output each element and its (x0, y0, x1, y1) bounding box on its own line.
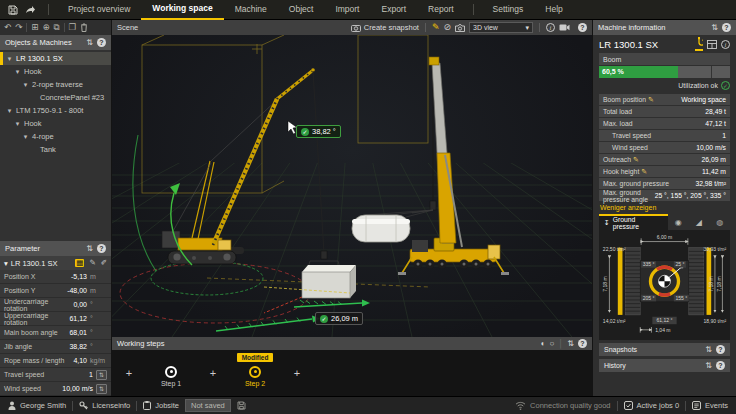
collapse-all-icon[interactable]: ⇅ (705, 346, 712, 354)
attach-icon[interactable]: ⧉ (54, 23, 60, 32)
expander-icon[interactable]: ▾ (6, 55, 13, 63)
measure-icon[interactable]: ✎ (432, 23, 440, 32)
help-icon[interactable]: ? (578, 339, 587, 348)
svg-text:7,18 m: 7,18 m (708, 276, 714, 291)
step-2[interactable]: Modified Step 2 (220, 366, 290, 387)
stepper-icon[interactable]: ⇅ (96, 384, 107, 394)
stepper-icon[interactable]: ⇅ (96, 370, 107, 380)
ballast-tab-icon[interactable] (707, 40, 717, 49)
scene-viewport[interactable]: 38,82 ° 26,09 m (112, 35, 592, 337)
load-chart-icon[interactable]: ▦ (75, 259, 84, 267)
tab-support-force-icon[interactable]: ◉ (668, 214, 689, 230)
step-1[interactable]: Step 1 (136, 366, 206, 387)
tree-item-traverse[interactable]: ▾ 2-rope traverse (0, 78, 111, 91)
tab-ground-pressure[interactable]: ↧ Ground pressure (599, 214, 668, 230)
delete-icon[interactable] (80, 23, 88, 32)
ground-pressure-widget: ↧ Ground pressure ◉ ◢ ◍ (599, 214, 730, 340)
user-button[interactable]: George Smith (8, 401, 66, 410)
tab-slope-icon[interactable]: ◢ (689, 214, 710, 230)
history-section-header[interactable]: History ⇅ ? (599, 359, 730, 372)
menu-machine[interactable]: Machine (224, 0, 278, 20)
events-button[interactable]: Events (692, 401, 728, 410)
expander-icon[interactable]: ▾ (14, 68, 21, 76)
step-circle[interactable] (249, 366, 261, 378)
tree-item-tank[interactable]: ▾ Tank (0, 143, 111, 156)
add-step-button[interactable]: + (206, 367, 220, 379)
view-mode-select[interactable]: 3D view ▾ (469, 22, 533, 33)
crane-lr1300[interactable] (162, 68, 341, 272)
help-icon[interactable]: ? (97, 38, 106, 47)
tree-item-hook-1[interactable]: ▾ Hook (0, 65, 111, 78)
tab-earth-pressure-icon[interactable]: ◍ (709, 214, 730, 230)
save-icon[interactable] (6, 3, 20, 17)
tree-item-machine-1[interactable]: ▾ LR 1300.1 SX (0, 52, 111, 65)
menu-export[interactable]: Export (370, 0, 417, 20)
menu-import[interactable]: Import (324, 0, 370, 20)
publish-icon[interactable] (23, 3, 37, 17)
expander-icon[interactable]: ▾ (14, 120, 21, 128)
param-row-undercarriage-rotation: Undercarriage rotation 0,00 ° (0, 298, 111, 312)
configure-icon[interactable]: ✐ (101, 259, 107, 267)
record-step-icon[interactable]: ○ (549, 340, 554, 348)
add-object-icon[interactable]: ⊕ (42, 23, 49, 32)
menu-report[interactable]: Report (417, 0, 465, 20)
show-less-link[interactable]: Weniger anzeigen (593, 201, 736, 213)
undo-icon[interactable]: ↶ (4, 23, 11, 32)
jobsite-button[interactable]: Jobsite (143, 401, 179, 410)
video-icon[interactable] (559, 24, 570, 31)
menu-settings[interactable]: Settings (482, 0, 535, 20)
collapse-all-icon[interactable]: ⇅ (86, 245, 93, 253)
tree-item-concrete-panel[interactable]: ▾ ConcretePanel #23 (0, 91, 111, 104)
play-steps-icon[interactable]: ◐ (541, 340, 546, 348)
edit-icon[interactable]: ✎ (89, 259, 95, 267)
collapse-all-icon[interactable]: ⇅ (711, 24, 718, 32)
camera-icon[interactable] (455, 24, 465, 32)
expander-icon[interactable]: ▾ (22, 133, 29, 141)
edit-icon[interactable]: ✎ (633, 156, 639, 163)
menu-help[interactable]: Help (534, 0, 573, 20)
edit-icon[interactable]: ✎ (641, 168, 647, 175)
duplicate-icon[interactable]: ❐ (69, 23, 77, 32)
active-jobs-button[interactable]: Active jobs 0 (624, 401, 680, 410)
snapshots-section-header[interactable]: Snapshots ⇅ ? (599, 343, 730, 356)
step-circle[interactable] (165, 366, 177, 378)
info-icon[interactable]: i (721, 40, 730, 49)
help-icon[interactable]: ? (722, 23, 731, 32)
expander-icon[interactable]: ▾ (6, 107, 13, 115)
tank-object[interactable] (352, 65, 436, 242)
tree-item-hook-2[interactable]: ▾ Hook (0, 117, 111, 130)
menu-object[interactable]: Object (278, 0, 325, 20)
license-button[interactable]: Licenseinfo (79, 401, 130, 410)
help-icon[interactable]: ? (97, 244, 106, 253)
redo-icon[interactable]: ↷ (15, 23, 22, 32)
objects-panel-header: Objects & Machines ⇅ ? (0, 35, 111, 50)
scene-area: Scene Create snapshot ✎ ⊘ 3D view ▾ (112, 20, 592, 396)
menubar: Project overview Working space Machine O… (0, 0, 736, 20)
hook-tab-icon[interactable] (695, 37, 703, 51)
add-step-button[interactable]: + (122, 367, 136, 379)
collapse-all-icon[interactable]: ⇅ (567, 340, 574, 348)
tree-item-4-rope[interactable]: ▾ 4-rope (0, 130, 111, 143)
help-icon[interactable]: ? (716, 361, 725, 370)
parameter-machine-row[interactable]: ▾ LR 1300.1 SX ▦ ✎ ✐ (0, 256, 111, 270)
menu-working-space[interactable]: Working space (141, 0, 223, 20)
help-icon[interactable]: ? (716, 345, 725, 354)
save-state-icon[interactable] (237, 401, 246, 410)
add-step-button[interactable]: + (290, 367, 304, 379)
info-icon[interactable]: i (546, 23, 555, 32)
tree-item-machine-2[interactable]: ▾ LTM 1750-9.1 - 800t (0, 104, 111, 117)
collapse-all-icon[interactable]: ⇅ (86, 39, 93, 47)
concrete-panel[interactable] (264, 265, 370, 313)
help-icon[interactable]: ? (578, 23, 587, 32)
expander-icon[interactable]: ▾ (4, 259, 8, 268)
restrict-icon[interactable]: ⊘ (443, 23, 451, 32)
collapse-all-icon[interactable]: ⇅ (705, 362, 712, 370)
crane-ltm1750[interactable] (398, 57, 509, 275)
add-machine-icon[interactable]: ⊞ (31, 23, 38, 32)
create-snapshot-button[interactable]: Create snapshot (351, 23, 419, 32)
edit-icon[interactable]: ✎ (648, 96, 654, 103)
expander-icon[interactable]: ▾ (22, 81, 29, 89)
menu-project-overview[interactable]: Project overview (57, 0, 141, 20)
ok-check-icon (721, 81, 730, 90)
svg-text:205 °: 205 ° (643, 295, 655, 301)
